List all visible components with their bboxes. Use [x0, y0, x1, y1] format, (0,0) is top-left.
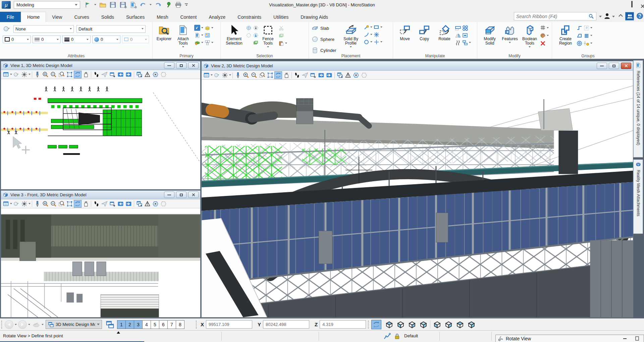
forward-button[interactable]	[18, 320, 27, 329]
view-minimize-icon[interactable]	[164, 62, 174, 69]
clip-mask-icon[interactable]	[152, 200, 159, 208]
user-dropdown-icon[interactable]	[612, 16, 615, 17]
tab-utilities[interactable]: Utilities	[267, 12, 294, 22]
boolean-tools-button[interactable]: Boolean Tools	[520, 22, 540, 48]
place-block-icon[interactable]	[373, 24, 379, 30]
tab-analyze[interactable]: Analyze	[203, 12, 231, 22]
tab-drawing-aids[interactable]: Drawing Aids	[294, 12, 334, 22]
view-toggle-2[interactable]: 2	[125, 320, 134, 329]
group-hole-icon[interactable]	[576, 40, 582, 46]
move-parallel-icon[interactable]	[455, 40, 461, 46]
view-maximize-icon[interactable]	[176, 192, 186, 198]
view-toggle-1[interactable]: 1	[117, 320, 126, 329]
zoom-out-icon[interactable]	[50, 71, 57, 78]
modify-fence-icon[interactable]	[540, 25, 546, 31]
drop-element-icon[interactable]	[583, 25, 589, 31]
move-to-contact-icon[interactable]	[462, 40, 468, 46]
view2-viewport[interactable]	[202, 80, 633, 317]
workflow-dropdown[interactable]: Modeling	[14, 1, 80, 9]
clip-mask-icon[interactable]	[152, 71, 159, 78]
tab-content[interactable]: Content	[174, 12, 203, 22]
rotate-button[interactable]: Rotate	[434, 22, 455, 46]
section-clip-icon[interactable]	[360, 71, 368, 79]
element-template-icon[interactable]	[3, 25, 11, 33]
references-icon[interactable]	[194, 32, 200, 38]
place-arc-icon[interactable]	[363, 31, 369, 38]
attach-tools-button[interactable]: Attach Tools	[173, 22, 193, 48]
place-smartline-icon[interactable]	[363, 24, 369, 30]
display-style-icon[interactable]	[12, 71, 20, 78]
view-rotation-top-icon[interactable]	[383, 320, 395, 330]
features-button[interactable]: Features	[500, 22, 520, 48]
fit-view-icon[interactable]	[66, 200, 73, 208]
lock-elements-icon[interactable]	[253, 25, 259, 31]
walk-icon[interactable]	[293, 71, 301, 79]
view-attributes-icon[interactable]	[2, 200, 10, 208]
y-coordinate-input[interactable]	[263, 320, 309, 329]
line-weight-dropdown[interactable]: 0	[62, 36, 91, 43]
adjust-lighting-icon[interactable]	[20, 71, 28, 78]
tab-curves[interactable]: Curves	[68, 12, 95, 22]
fly-icon[interactable]	[101, 71, 108, 78]
zoom-in-icon[interactable]	[242, 71, 250, 79]
navigate-view-icon[interactable]	[309, 71, 317, 79]
view-previous-icon[interactable]	[117, 200, 124, 208]
rotate-view-icon[interactable]	[74, 71, 82, 78]
align-icon[interactable]	[462, 32, 468, 38]
view-maximize-icon[interactable]	[609, 63, 619, 69]
view2-title-bar[interactable]: View 2, 3D Metric Design Model	[202, 61, 633, 71]
tool-settings-dialog[interactable]: Rotate View	[495, 335, 644, 342]
customize-toolbar-icon[interactable]	[185, 3, 188, 6]
lighting-dropdown-icon[interactable]	[229, 74, 231, 76]
clip-volume-icon[interactable]	[144, 200, 151, 208]
tab-surfaces[interactable]: Surfaces	[120, 12, 151, 22]
fit-view-icon[interactable]	[66, 71, 73, 78]
view-toggle-8[interactable]: 8	[176, 320, 184, 329]
selection-set-icon[interactable]	[246, 25, 252, 31]
section-clip-icon[interactable]	[160, 71, 167, 78]
delete-icon[interactable]	[540, 40, 546, 46]
active-color-dropdown[interactable]: 0	[3, 36, 31, 43]
walk-icon[interactable]	[93, 71, 100, 78]
view-rotation-bottom-icon[interactable]	[431, 320, 443, 330]
maximize-icon[interactable]	[631, 2, 633, 7]
view-minimize-icon[interactable]	[164, 192, 174, 198]
print-setup-icon[interactable]	[129, 1, 137, 8]
modify-solid-button[interactable]: Modify Solid	[479, 22, 500, 48]
move-button[interactable]: Move	[395, 22, 415, 46]
placemark-icon[interactable]	[84, 1, 91, 8]
collapse-dialog-icon[interactable]	[623, 338, 627, 339]
fence-tools-button[interactable]: Fence Tools	[259, 22, 277, 48]
mirror-icon[interactable]	[455, 32, 461, 38]
view-maximize-icon[interactable]	[176, 62, 186, 69]
view-rotation-isometric-icon[interactable]	[418, 320, 429, 330]
zoom-in-icon[interactable]	[42, 200, 49, 208]
models-icon[interactable]	[194, 25, 200, 31]
unlock-elements-icon[interactable]	[253, 32, 259, 38]
fly-icon[interactable]	[301, 71, 309, 79]
view-attributes-dropdown-icon[interactable]	[10, 74, 12, 75]
zoom-out-icon[interactable]	[250, 71, 258, 79]
back-button[interactable]	[5, 320, 13, 329]
save-settings-icon[interactable]	[119, 1, 126, 8]
clip-volume-icon[interactable]	[144, 71, 151, 78]
view-minimize-icon[interactable]	[597, 63, 607, 69]
rotate-view-active-icon[interactable]	[371, 320, 381, 329]
window-area-icon[interactable]	[258, 71, 266, 79]
view-close-icon[interactable]	[188, 62, 199, 69]
undo-icon[interactable]	[140, 1, 147, 8]
navigate-view-icon[interactable]	[109, 71, 116, 78]
snap-mode-icon[interactable]	[383, 333, 391, 340]
pan-view-icon[interactable]	[82, 71, 90, 78]
view-next-icon[interactable]	[125, 200, 132, 208]
active-template-dropdown[interactable]: None	[13, 25, 74, 33]
view-group-dropdown[interactable]: 3D Metric Design Moc	[46, 320, 102, 329]
view-rotation-left-icon[interactable]	[454, 320, 466, 330]
z-coordinate-input[interactable]	[320, 320, 366, 329]
open-folder-icon[interactable]	[99, 1, 106, 8]
display-style-icon[interactable]	[213, 71, 221, 79]
zoom-in-icon[interactable]	[42, 71, 49, 78]
copy-attributes-icon[interactable]	[253, 40, 259, 46]
search-input[interactable]	[516, 14, 588, 19]
update-view-icon[interactable]	[234, 71, 242, 79]
